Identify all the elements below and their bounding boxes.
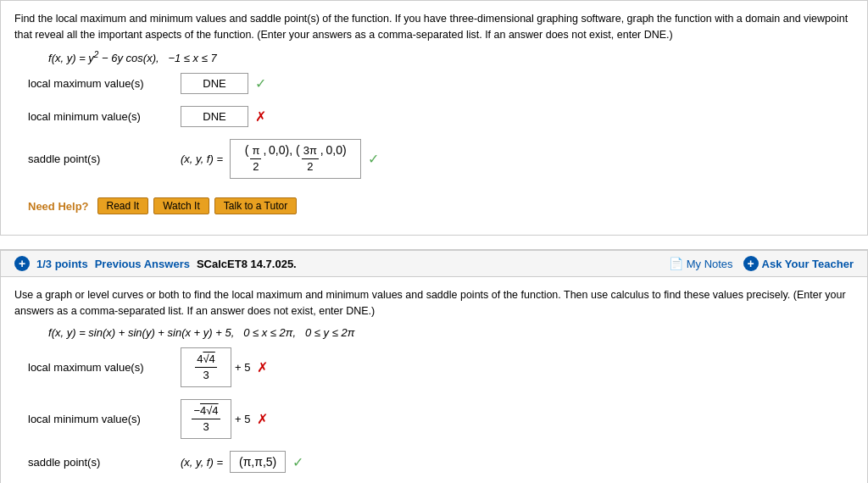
ask-teacher-button[interactable]: + Ask Your Teacher <box>743 256 854 271</box>
p2-local-min-answer[interactable]: −4√4 3 <box>181 399 231 439</box>
p2-local-min-label: local minimum value(s) <box>28 413 181 425</box>
saddle-check-icon-1: ✓ <box>368 151 379 167</box>
local-min-answer[interactable]: DNE <box>181 106 248 127</box>
problem-2-section: + 1/3 points Previous Answers SCalcET8 1… <box>0 249 868 483</box>
need-help-bar-1: Need Help? Read It Watch It Talk to a Tu… <box>14 191 854 225</box>
local-min-row: local minimum value(s) DNE ✗ <box>14 106 854 127</box>
my-notes-label: My Notes <box>687 258 733 270</box>
ask-teacher-label: Ask Your Teacher <box>762 258 854 270</box>
p2-saddle-answer[interactable]: (π,π,5) <box>230 451 286 473</box>
saddle-answer-1[interactable]: (π2, 0,0), (3π2, 0,0) <box>230 139 361 179</box>
local-max-row: local maximum value(s) DNE ✓ <box>14 73 854 94</box>
p2-max-fraction: 4√4 3 <box>195 352 217 383</box>
p2-local-min-cross-icon: ✗ <box>257 411 268 427</box>
p2-local-max-label: local maximum value(s) <box>28 361 181 374</box>
local-max-answer[interactable]: DNE <box>181 73 248 94</box>
p2-saddle-check-icon: ✓ <box>292 454 303 470</box>
local-min-label: local minimum value(s) <box>28 110 181 123</box>
watch-it-button[interactable]: Watch It <box>153 197 209 214</box>
p2-local-max-row: local maximum value(s) 4√4 3 + 5 ✗ <box>14 347 854 387</box>
saddle-label-1: saddle point(s) <box>28 153 130 165</box>
points-plus-icon: + <box>14 256 30 271</box>
previous-answers-link[interactable]: Previous Answers <box>95 258 190 270</box>
points-bar: + 1/3 points Previous Answers SCalcET8 1… <box>1 250 867 277</box>
need-help-label-1: Need Help? <box>28 200 89 213</box>
talk-to-tutor-button[interactable]: Talk to a Tutor <box>214 197 297 214</box>
p2-local-max-answer[interactable]: 4√4 3 <box>181 347 231 387</box>
problem-1-section: Find the local maximum and minimum value… <box>0 0 868 236</box>
p2-local-min-row: local minimum value(s) −4√4 3 + 5 ✗ <box>14 399 854 439</box>
p2-saddle-label: saddle point(s) <box>28 456 130 469</box>
saddle-row-1: saddle point(s) (x, y, f) = (π2, 0,0), (… <box>14 139 854 179</box>
p2-saddle-row: saddle point(s) (x, y, f) = (π,π,5) ✓ <box>14 451 854 473</box>
points-left: + 1/3 points Previous Answers SCalcET8 1… <box>14 256 297 271</box>
p2-local-max-cross-icon: ✗ <box>257 359 268 375</box>
saddle-eq-1: (x, y, f) = <box>181 153 223 165</box>
ask-teacher-plus-icon: + <box>743 256 759 271</box>
problem-2-body: Use a graph or level curves or both to f… <box>1 277 867 483</box>
problem-1-description: Find the local maximum and minimum value… <box>14 11 854 43</box>
p2-saddle-eq: (x, y, f) = <box>181 456 223 469</box>
local-min-cross-icon: ✗ <box>255 108 266 125</box>
points-text: 1/3 points <box>36 258 88 270</box>
p2-min-fraction: −4√4 3 <box>192 403 220 435</box>
problem-id: SCalcET8 14.7.025. <box>197 258 297 270</box>
read-it-button[interactable]: Read It <box>97 197 149 214</box>
local-max-check-icon: ✓ <box>255 75 266 92</box>
notes-doc-icon: 📄 <box>669 257 683 270</box>
local-max-label: local maximum value(s) <box>28 77 181 90</box>
problem-1-body: Find the local maximum and minimum value… <box>1 1 867 235</box>
points-right: 📄 My Notes + Ask Your Teacher <box>669 256 854 271</box>
problem-1-function: f(x, y) = y2 − 6y cos(x), −1 ≤ x ≤ 7 <box>48 50 854 64</box>
spacer <box>0 236 868 249</box>
problem-2-description: Use a graph or level curves or both to f… <box>14 287 854 319</box>
problem-2-function: f(x, y) = sin(x) + sin(y) + sin(x + y) +… <box>48 326 854 339</box>
my-notes-button[interactable]: 📄 My Notes <box>669 257 733 270</box>
